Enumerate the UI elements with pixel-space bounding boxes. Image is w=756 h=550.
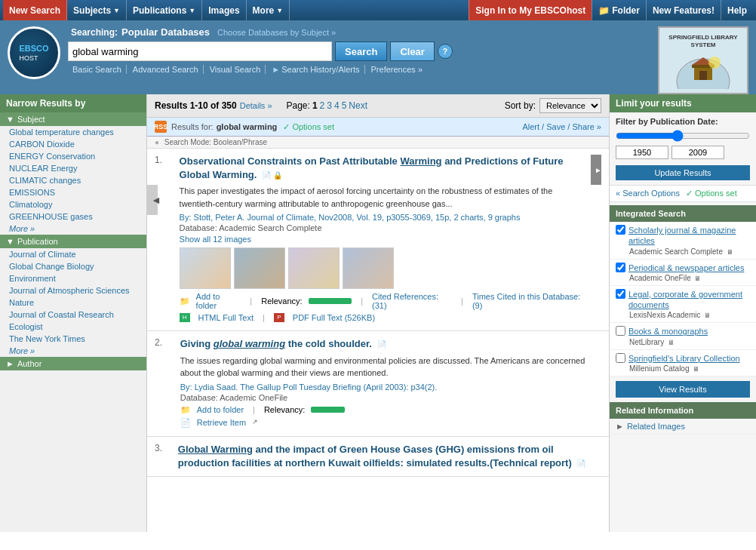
alert-save-link[interactable]: Alert / Save / Share » xyxy=(522,122,601,131)
page-4[interactable]: 4 xyxy=(334,100,340,111)
advanced-search-link[interactable]: Advanced Search xyxy=(128,65,204,74)
results-details-link[interactable]: Details » xyxy=(240,101,272,110)
folder-nav[interactable]: 📁 Folder xyxy=(592,0,646,20)
new-features-nav[interactable]: New Features! xyxy=(646,0,721,20)
preferences-link[interactable]: Preferences » xyxy=(367,65,427,74)
sort-select[interactable]: Relevance xyxy=(539,98,601,113)
sidebar-subject-3[interactable]: NUCLEAR Energy xyxy=(0,162,146,174)
more-nav[interactable]: More ▼ xyxy=(247,0,290,20)
related-item-0[interactable]: ► Related Images xyxy=(610,419,756,435)
integrated-check-4[interactable] xyxy=(616,353,625,363)
thumb-1-4[interactable] xyxy=(343,247,394,289)
integrated-title-3[interactable]: Books & monographs xyxy=(628,327,708,336)
external-link-icon-2: ↗ xyxy=(252,418,258,428)
sidebar-subject-4[interactable]: CLIMATIC changes xyxy=(0,174,146,186)
relevancy-label-2: Relevancy: xyxy=(264,405,305,414)
result-byline-2: By: Lydia Saad. The Gallup Poll Tuesday … xyxy=(180,383,601,392)
cited-references-1[interactable]: Cited References: (31) xyxy=(372,292,452,310)
integrated-check-3[interactable] xyxy=(616,326,625,336)
sidebar-pub-4[interactable]: Nature xyxy=(0,297,146,309)
page-1[interactable]: 1 xyxy=(312,100,318,111)
choose-databases-link[interactable]: Choose Databases by Subject » xyxy=(217,28,336,37)
date-to-input[interactable] xyxy=(671,146,724,159)
folder-icon-1: 📁 xyxy=(180,297,190,306)
sidebar-subject-more[interactable]: More » xyxy=(0,223,146,235)
sidebar-author-header[interactable]: ► Author xyxy=(0,357,146,370)
result-title-1[interactable]: Observational Constraints on Past Attrib… xyxy=(180,155,564,180)
basic-search-link[interactable]: Basic Search xyxy=(68,65,127,74)
integrated-subtitle-4: Millenium Catalog 🖥 xyxy=(629,364,750,373)
sort-label: Sort by: xyxy=(505,100,536,111)
new-search-nav[interactable]: New Search xyxy=(3,0,67,20)
sidebar-pub-1[interactable]: Global Change Biology xyxy=(0,260,146,272)
sidebar-pub-3[interactable]: Journal of Atmospheric Sciences xyxy=(0,284,146,297)
sidebar-subject-1[interactable]: CARBON Dioxide xyxy=(0,138,146,150)
sign-in-nav[interactable]: Sign In to My EBSCOhost xyxy=(469,0,592,20)
integrated-title-1[interactable]: Periodical & newspaper articles xyxy=(628,263,744,272)
subjects-nav[interactable]: Subjects ▼ xyxy=(67,0,127,20)
folder-icon: 📁 xyxy=(598,5,610,16)
relevancy-bar-2 xyxy=(311,407,345,413)
page-3[interactable]: 3 xyxy=(327,100,332,111)
times-cited-1[interactable]: Times Cited in this Database: (9) xyxy=(472,292,588,310)
relevancy-label-1: Relevancy: xyxy=(261,297,302,306)
thumb-1-3[interactable] xyxy=(288,247,340,289)
integrated-check-1[interactable] xyxy=(616,263,625,272)
search-history-link[interactable]: ►Search History/Alerts xyxy=(267,65,364,74)
search-input[interactable] xyxy=(68,41,332,61)
search-options-link[interactable]: « Search Options xyxy=(616,189,680,198)
thumb-1-1[interactable] xyxy=(180,247,231,289)
html-full-text-1[interactable]: HTML Full Text xyxy=(198,313,254,322)
integrated-check-2[interactable] xyxy=(616,289,625,299)
thumb-1-2[interactable] xyxy=(234,247,285,289)
date-from-input[interactable] xyxy=(616,146,668,159)
pdf-full-text-1[interactable]: PDF Full Text (526KB) xyxy=(293,313,375,322)
result-number-2: 2. xyxy=(155,337,165,348)
sidebar-pub-6[interactable]: Ecologist xyxy=(0,321,146,333)
clear-button[interactable]: Clear xyxy=(390,41,435,61)
sidebar-subject-0[interactable]: Global temperature changes xyxy=(0,126,146,138)
images-nav[interactable]: Images xyxy=(202,0,246,20)
visual-search-link[interactable]: Visual Search xyxy=(205,65,266,74)
help-button[interactable]: ? xyxy=(438,44,453,59)
page-next[interactable]: Next xyxy=(349,100,367,111)
sidebar-pub-0[interactable]: Journal of Climate xyxy=(0,248,146,260)
add-to-folder-2[interactable]: Add to folder xyxy=(197,405,244,414)
filter-section: Filter by Publication Date: Update Resul… xyxy=(610,112,756,186)
integrated-title-4[interactable]: Springfield's Library Collection xyxy=(628,354,740,363)
right-options-set[interactable]: ✓ Options set xyxy=(686,189,737,198)
sidebar-subject-header[interactable]: ▼ Subject xyxy=(0,112,146,126)
show-all-images-1[interactable]: Show all 12 images xyxy=(180,235,251,244)
results-prev-arrow[interactable]: ◄ xyxy=(147,185,158,215)
sidebar-pub-2[interactable]: Environment xyxy=(0,272,146,284)
result-1-right-arrow[interactable]: ► xyxy=(591,155,601,185)
sidebar-subject-5[interactable]: EMISSIONS xyxy=(0,186,146,198)
result-title-3[interactable]: Global Warming and the impact of Green H… xyxy=(178,444,586,469)
sidebar-pub-more[interactable]: More » xyxy=(0,345,146,357)
integrated-title-2[interactable]: Legal, corporate & government documents xyxy=(628,290,742,309)
pdf-icon-1: P xyxy=(274,313,284,322)
add-to-folder-1[interactable]: Add to folder xyxy=(196,292,241,310)
integrated-icon-3: 🖥 xyxy=(668,339,675,346)
sidebar-subject-6[interactable]: Climatology xyxy=(0,198,146,210)
update-results-btn[interactable]: Update Results xyxy=(616,165,750,180)
sidebar-subject-2[interactable]: ENERGY Conservation xyxy=(0,150,146,162)
sidebar-publication-header[interactable]: ▼ Publication xyxy=(0,235,146,248)
integrated-check-0[interactable] xyxy=(616,225,625,235)
result-2-icon: 📄 xyxy=(377,340,386,349)
sidebar-pub-7[interactable]: The New York Times xyxy=(0,333,146,345)
svg-rect-4 xyxy=(699,71,707,80)
publications-nav[interactable]: Publications ▼ xyxy=(127,0,202,20)
sidebar-pub-5[interactable]: Journal of Coastal Research xyxy=(0,309,146,321)
filter-date-label: Filter by Publication Date: xyxy=(616,117,750,126)
retrieve-item-link-2[interactable]: Retrieve Item xyxy=(197,418,246,428)
integrated-title-0[interactable]: Scholarly journal & magazine articles xyxy=(628,226,736,245)
help-nav[interactable]: Help xyxy=(721,0,753,20)
view-results-btn[interactable]: View Results xyxy=(616,381,750,398)
search-button[interactable]: Search xyxy=(335,41,387,61)
sidebar-subject-7[interactable]: GREENHOUSE gases xyxy=(0,210,146,223)
date-range-slider[interactable] xyxy=(616,131,750,140)
page-5[interactable]: 5 xyxy=(342,100,347,111)
result-title-2[interactable]: Giving global warming the cold shoulder.… xyxy=(180,338,386,349)
page-2[interactable]: 2 xyxy=(320,100,325,111)
